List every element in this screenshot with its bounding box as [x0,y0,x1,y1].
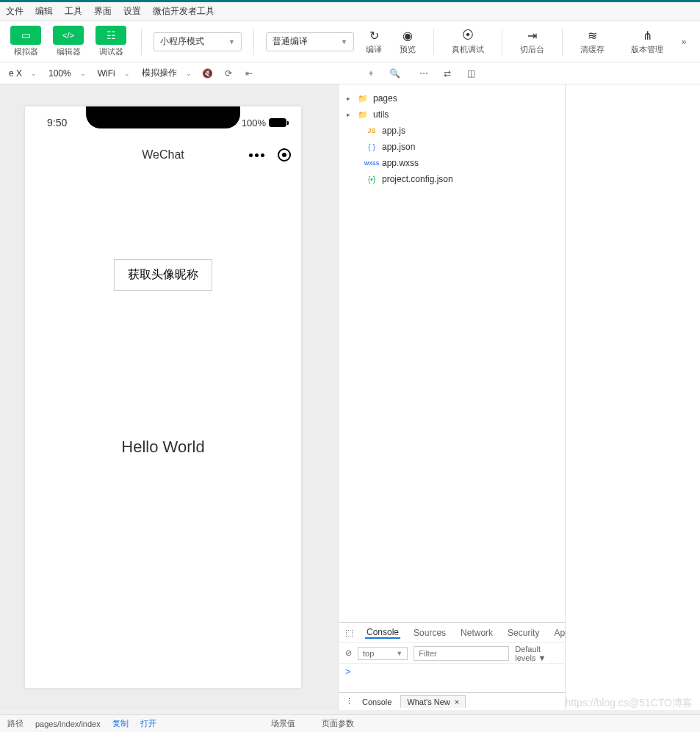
more-icon[interactable]: ⋯ [415,65,433,82]
debugger-tab[interactable]: ☷ 调试器 [93,26,129,57]
devtools-tab-sources[interactable]: Sources [412,628,447,638]
device-select[interactable]: e X⌄ [4,65,41,81]
chevron-down-icon: ▼ [228,38,235,46]
path-value: pages/index/index [35,720,101,728]
debug-icon: ☷ [95,26,126,45]
tree-item-utils[interactable]: ▸📁utils [339,106,565,123]
editor-tab[interactable]: </> 编辑器 [50,26,87,57]
copy-link[interactable]: 复制 [112,718,129,729]
network-select[interactable]: WiFi⌄ [93,65,134,81]
watermark: https://blog.cs@51CTO博客 [566,697,693,710]
phone-frame: 9:50 100% WeChat 获取头像昵称 Hello World [25,106,301,688]
devtools-panel: ⬚ Console Sources Network Security AppDa… [339,622,565,710]
menu-settings[interactable]: 设置 [123,5,141,18]
rotate-icon[interactable]: ⟳ [220,65,237,82]
search-icon[interactable]: 🔍 [386,65,403,82]
clear-console-icon[interactable]: ⊘ [345,648,352,658]
menu-edit[interactable]: 编辑 [35,5,53,18]
branch-icon: ⋔ [643,28,652,43]
editor-panel [566,84,700,710]
get-avatar-button[interactable]: 获取头像昵称 [114,259,212,291]
path-label: 路径 [7,718,24,729]
exit-icon[interactable]: ⇤ [240,65,258,82]
simulator-panel: 9:50 100% WeChat 获取头像昵称 Hello World [0,84,339,710]
tree-item-app-js[interactable]: JSapp.js [339,123,565,139]
sub-toolbar: e X⌄ 100%⌄ WiFi⌄ 模拟操作⌄ 🔇 ⟳ ⇤ + 🔍 ⋯ ⇄ ◫ [0,62,700,84]
menu-tool[interactable]: 工具 [65,5,82,18]
switch-icon: ⇥ [527,28,537,43]
zoom-select[interactable]: 100%⌄ [44,65,90,81]
compile-button[interactable]: ↻ 编译 [360,28,388,55]
bug-icon: ⦿ [462,28,474,43]
levels-select[interactable]: Default levels ▼ [515,645,559,662]
add-file-icon[interactable]: + [362,65,380,82]
collapse-icon[interactable]: ⇄ [439,65,456,82]
devtools-tab-network[interactable]: Network [459,628,494,638]
filter-input[interactable] [414,646,509,661]
menu-interface[interactable]: 界面 [94,5,112,18]
stack-icon: ≋ [588,28,597,43]
drawer-menu-icon[interactable]: ⋮ [345,697,353,706]
remote-debug-button[interactable]: ⦿ 真机调试 [446,28,490,55]
context-select[interactable]: top▼ [358,647,408,660]
toolbar: ▭ 模拟器 </> 编辑器 ☷ 调试器 小程序模式 ▼ 普通编译 ▼ ↻ 编译 … [0,21,700,62]
clear-cache-button[interactable]: ≋ 清缓存 [574,28,610,55]
notch [86,106,240,128]
console-prompt[interactable]: > [339,664,565,692]
more-icon[interactable]: » [675,33,693,51]
scene-label[interactable]: 场景值 [271,718,295,729]
battery-indicator: 100% [242,117,286,128]
inspect-icon[interactable]: ⬚ [345,628,353,638]
background-button[interactable]: ⇥ 切后台 [514,28,550,55]
statusbar: 路径 pages/index/index 复制 打开 场景值 页面参数 [0,714,700,732]
menubar: 文件 编辑 工具 界面 设置 微信开发者工具 [0,2,700,21]
mute-icon[interactable]: 🔇 [199,65,217,82]
params-label[interactable]: 页面参数 [322,718,354,729]
close-icon[interactable]: × [455,697,459,706]
chevron-down-icon: ▼ [341,38,347,46]
refresh-icon: ↻ [369,28,379,43]
compile-dropdown[interactable]: 普通编译 ▼ [266,32,354,51]
tree-item-pages[interactable]: ▸📁pages [339,90,565,106]
preview-button[interactable]: ◉ 预览 [394,28,422,55]
tree-item-app-wxss[interactable]: WXSSapp.wxss [339,155,565,171]
drawer-tab-console[interactable]: Console [362,697,392,706]
tree-item-app-json[interactable]: { }app.json [339,139,565,155]
file-explorer: ▸📁pages▸📁utilsJSapp.js{ }app.jsonWXSSapp… [339,84,566,710]
hello-text: Hello World [121,438,204,457]
devtools-tab-console[interactable]: Console [365,627,400,639]
nav-header: WeChat [25,139,301,171]
mode-dropdown[interactable]: 小程序模式 ▼ [154,32,242,51]
drawer-tab-whatsnew[interactable]: What's New× [400,695,466,708]
devtools-tab-security[interactable]: Security [506,628,541,638]
nav-title: WeChat [142,148,184,162]
simulator-tab[interactable]: ▭ 模拟器 [7,26,44,57]
code-icon: </> [53,26,84,45]
capsule-close-icon[interactable] [278,148,291,162]
capsule-menu-icon[interactable] [249,153,264,157]
menu-file[interactable]: 文件 [6,5,24,18]
status-time: 9:50 [47,117,67,128]
tree-item-project-config-json[interactable]: {•}project.config.json [339,171,565,187]
phone-icon: ▭ [10,26,41,45]
menu-wxdevtools[interactable]: 微信开发者工具 [153,5,214,18]
version-control-button[interactable]: ⋔ 版本管理 [625,28,669,55]
eye-icon: ◉ [403,28,413,43]
mock-select[interactable]: 模拟操作⌄ [137,65,196,81]
split-icon[interactable]: ◫ [462,65,480,82]
open-link[interactable]: 打开 [140,718,156,729]
